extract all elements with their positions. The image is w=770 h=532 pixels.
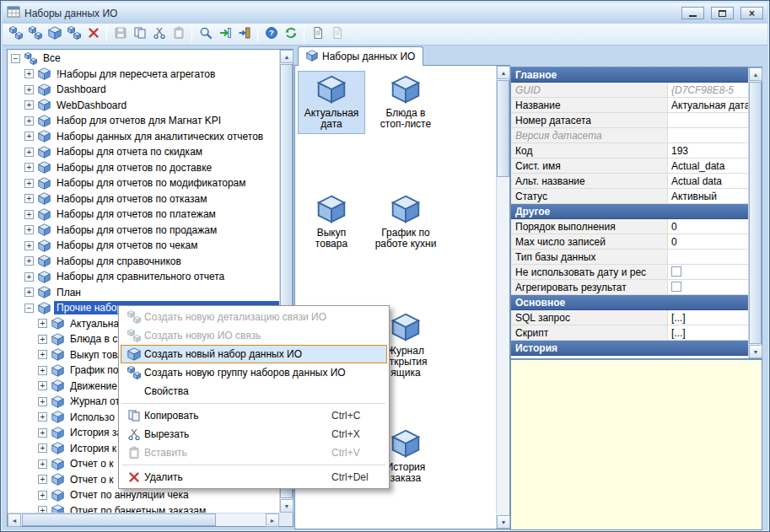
collapse-icon[interactable]: − — [24, 304, 34, 313]
copy-button[interactable] — [130, 25, 149, 44]
tree-item[interactable]: +План — [8, 285, 279, 301]
relation-detail-new-button[interactable] — [6, 25, 25, 44]
dataset-grid-item[interactable]: Актуальная дата — [298, 71, 365, 134]
scroll-left-icon[interactable]: ◄ — [8, 513, 21, 527]
export-button[interactable] — [215, 25, 234, 44]
menu-item[interactable]: Создать новую группу наборов данных ИО — [121, 363, 387, 382]
scroll-down-icon[interactable]: ▼ — [280, 499, 293, 513]
expand-icon[interactable]: + — [38, 350, 47, 359]
minimize-button[interactable] — [681, 7, 704, 19]
help-button[interactable]: ? — [261, 25, 281, 44]
menu-item[interactable]: Свойства — [121, 382, 387, 400]
refresh-button[interactable] — [281, 25, 300, 44]
scrollbar-thumb[interactable] — [22, 513, 216, 526]
menu-item[interactable]: ВставитьCtrl+V — [121, 443, 387, 462]
tree-item[interactable]: +Наборы для отчетов по платежам — [8, 207, 279, 223]
dataset-grid-item[interactable]: Выкуп товара — [298, 191, 365, 254]
expand-icon[interactable]: + — [24, 69, 34, 78]
tree-horizontal-scrollbar[interactable]: ◄ ► — [8, 513, 279, 526]
cut-button[interactable] — [149, 25, 169, 44]
tree-item[interactable]: +Отчет по аннуляции чека — [8, 487, 279, 503]
expand-icon[interactable]: + — [38, 412, 47, 422]
expand-icon[interactable]: + — [24, 256, 34, 266]
property-value[interactable] — [668, 113, 748, 127]
grid-vertical-scrollbar[interactable]: ▲ ▼ — [496, 66, 509, 529]
collapse-icon[interactable]: − — [11, 54, 20, 63]
expand-icon[interactable]: + — [24, 225, 34, 234]
tree-item[interactable]: +Наборы для отчетов по отказам — [8, 191, 279, 207]
expand-icon[interactable]: + — [38, 491, 47, 500]
expand-icon[interactable]: + — [38, 397, 47, 406]
expand-icon[interactable]: + — [24, 148, 34, 157]
scroll-up-icon[interactable]: ▲ — [280, 50, 293, 63]
property-value[interactable]: {D7CF98E8-5 — [668, 83, 748, 97]
property-value[interactable]: Actual data — [668, 174, 748, 188]
expand-icon[interactable]: + — [24, 100, 34, 110]
dataset-new-button[interactable] — [45, 25, 64, 44]
property-section-header[interactable]: Главное — [511, 67, 748, 83]
property-value[interactable] — [668, 250, 748, 264]
scroll-down-icon[interactable]: ▼ — [749, 345, 762, 358]
expand-icon[interactable]: + — [38, 459, 47, 469]
expand-icon[interactable]: + — [24, 163, 34, 172]
tree-item[interactable]: +Dashboard — [8, 82, 279, 98]
tree-item[interactable]: +!Наборы для пересчета агрегатов — [8, 67, 279, 83]
tree-item[interactable]: +WebDashboard — [8, 98, 279, 114]
expand-icon[interactable]: + — [24, 85, 34, 94]
menu-item[interactable]: УдалитьCtrl+Del — [121, 468, 387, 486]
scrollbar-thumb[interactable] — [497, 80, 509, 177]
expand-icon[interactable]: + — [38, 506, 47, 513]
expand-icon[interactable]: + — [38, 319, 47, 328]
scroll-right-icon[interactable]: ► — [266, 513, 279, 527]
expand-icon[interactable]: + — [24, 241, 34, 250]
scroll-up-icon[interactable]: ▲ — [749, 67, 762, 81]
close-button[interactable]: × — [740, 7, 763, 19]
scroll-down-icon[interactable]: ▼ — [497, 515, 510, 529]
expand-icon[interactable]: + — [38, 381, 47, 390]
property-value[interactable]: [...] — [668, 310, 748, 325]
expand-icon[interactable]: + — [38, 428, 47, 438]
property-section-header[interactable]: Другое — [511, 204, 748, 219]
menu-item[interactable]: КопироватьCtrl+C — [121, 406, 387, 425]
property-value[interactable] — [668, 280, 748, 294]
expand-icon[interactable]: + — [38, 366, 47, 375]
menu-item[interactable]: ВырезатьCtrl+X — [121, 425, 387, 443]
relation-new-button[interactable] — [25, 25, 45, 44]
search-button[interactable] — [196, 25, 215, 44]
expand-icon[interactable]: + — [24, 287, 34, 297]
tree-item[interactable]: +Набор для отчетов для Магнат KPI — [8, 113, 279, 129]
dataset-group-new-button[interactable] — [64, 25, 83, 44]
delete-button[interactable] — [83, 25, 103, 44]
tree-item[interactable]: +Отчет по банкетным заказам — [8, 503, 279, 513]
report-button[interactable] — [308, 25, 327, 44]
property-section-header[interactable]: Основное — [511, 295, 748, 310]
expand-icon[interactable]: + — [24, 132, 34, 141]
exit-button[interactable] — [234, 25, 254, 44]
tree-item[interactable]: +Наборы для отчетов по продажам — [8, 223, 279, 239]
tree-item[interactable]: +Наборы для отчетов по доставке — [8, 160, 279, 176]
property-value[interactable] — [668, 128, 748, 142]
expand-icon[interactable]: + — [24, 272, 34, 282]
tree-item[interactable]: +Наборы для справочников — [8, 254, 279, 270]
tree-item[interactable]: +Наборы для сравнительного отчета — [8, 269, 279, 285]
property-section-header[interactable]: История — [511, 341, 748, 356]
property-value[interactable]: 0 — [668, 234, 748, 249]
menu-item[interactable]: Создать новую ИО связь — [121, 326, 387, 345]
checkbox-unchecked[interactable] — [671, 266, 681, 277]
property-value[interactable]: Actual_data — [668, 159, 748, 173]
expand-icon[interactable]: + — [38, 443, 47, 453]
scrollbar-thumb[interactable] — [749, 82, 762, 344]
expand-icon[interactable]: + — [24, 210, 34, 219]
expand-icon[interactable]: + — [24, 116, 34, 126]
dataset-grid-item[interactable]: График по работе кухни — [372, 191, 439, 254]
tab-datasets[interactable]: Наборы данных ИО — [298, 46, 423, 66]
properties-vertical-scrollbar[interactable]: ▲ ▼ — [748, 67, 762, 358]
dataset-grid-item[interactable]: Блюда в стоп-листе — [372, 71, 439, 134]
property-value[interactable] — [668, 265, 748, 279]
tree-item[interactable]: +Наборы для отчетов по чекам — [8, 238, 279, 254]
tree-item[interactable]: +Наборы для отчета по скидкам — [8, 144, 279, 160]
tree-item[interactable]: +Наборы для отчетов по модификаторам — [8, 175, 279, 191]
checkbox-unchecked[interactable] — [671, 282, 681, 292]
expand-icon[interactable]: + — [38, 475, 47, 484]
menu-item[interactable]: Создать новую детализацию связи ИО — [121, 308, 387, 326]
